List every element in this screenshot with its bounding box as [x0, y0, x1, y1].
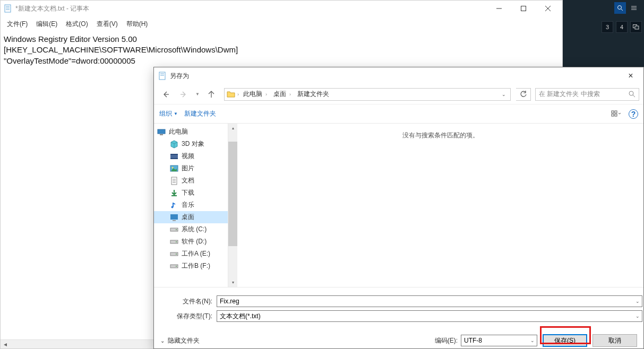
svg-point-45 [176, 241, 177, 242]
hide-folders-toggle[interactable]: ⌄ 隐藏文件夹 [160, 336, 200, 345]
toolbar: 组织▼ 新建文件夹 ? [154, 104, 643, 124]
menu-edit[interactable]: 编辑(E) [32, 18, 62, 31]
svg-rect-31 [170, 158, 178, 159]
saveas-dialog: 另存为 × ▼ › 此电脑› 桌面› 新建文件夹 ⌄ 在 新建文件夹 中搜索 组… [153, 67, 644, 349]
chevron-down-icon[interactable]: ⌄ [530, 338, 535, 343]
dark-panel: 3 4 [563, 0, 644, 68]
chevron-down-icon[interactable]: ⌄ [636, 299, 640, 304]
breadcrumb[interactable]: 新建文件夹 [294, 90, 332, 99]
notepad-icon [158, 72, 167, 80]
tree-item[interactable]: 工作B (F:) [154, 260, 228, 272]
up-button[interactable] [204, 87, 219, 102]
search-icon[interactable] [614, 2, 626, 14]
desktop-icon [170, 213, 178, 222]
svg-line-9 [621, 9, 623, 11]
tree-item[interactable]: 桌面 [154, 211, 228, 223]
help-icon[interactable]: ? [629, 109, 638, 119]
menu-help[interactable]: 帮助(H) [122, 18, 152, 31]
dialog-titlebar[interactable]: 另存为 × [154, 67, 643, 84]
menu-icon[interactable] [628, 2, 640, 14]
tree-item[interactable]: 3D 对象 [154, 138, 228, 150]
svg-rect-0 [5, 5, 11, 12]
svg-point-49 [176, 266, 177, 267]
filetype-label: 保存类型(T): [154, 312, 217, 321]
refresh-button[interactable] [516, 88, 531, 101]
encoding-select[interactable]: UTF-8⌄ [461, 335, 537, 346]
menu-file[interactable]: 文件(F) [3, 18, 32, 31]
svg-rect-41 [173, 220, 176, 221]
chevron-down-icon[interactable]: ⌄ [636, 313, 640, 319]
tree-item[interactable]: 工作A (E:) [154, 248, 228, 260]
tree-item[interactable]: 音乐 [154, 199, 228, 211]
notepad-title: *新建文本文档.txt - 记事本 [15, 4, 487, 13]
recent-dropdown[interactable]: ▼ [194, 87, 201, 102]
breadcrumb[interactable]: 桌面› [270, 90, 294, 99]
organize-menu[interactable]: 组织▼ [159, 109, 178, 118]
menu-bar: 文件(F) 编辑(E) 格式(O) 查看(V) 帮助(H) [1, 16, 562, 32]
scroll-down-icon[interactable]: ▾ [228, 278, 237, 287]
tree-item[interactable]: 下载 [154, 187, 228, 199]
dialog-footer: ⌄ 隐藏文件夹 编码(E): UTF-8⌄ 保存(S) 取消 [154, 324, 643, 349]
svg-rect-14 [635, 26, 639, 29]
minimize-button[interactable] [487, 1, 511, 16]
notepad-content[interactable]: Windows Registry Editor Version 5.00 [HK… [1, 32, 562, 68]
breadcrumb[interactable]: 此电脑› [240, 90, 270, 99]
tree-item[interactable]: 文档 [154, 174, 228, 187]
music-icon [170, 201, 178, 210]
svg-rect-30 [170, 154, 178, 155]
svg-rect-40 [170, 214, 178, 220]
tree-item[interactable]: 视频 [154, 150, 228, 162]
nav-tree[interactable]: 此电脑 3D 对象视频图片文档下载音乐桌面系统 (C:)软件 (D:)工作A (… [154, 124, 228, 287]
tree-item[interactable]: 系统 (C:) [154, 223, 228, 235]
close-icon[interactable]: × [620, 68, 641, 83]
svg-rect-23 [612, 111, 614, 113]
dialog-body: 此电脑 3D 对象视频图片文档下载音乐桌面系统 (C:)软件 (D:)工作A (… [154, 124, 643, 287]
search-icon [629, 91, 636, 98]
view-options[interactable] [609, 108, 622, 120]
cancel-button[interactable]: 取消 [593, 334, 637, 347]
search-placeholder: 在 新建文件夹 中搜索 [539, 90, 625, 99]
chevron-down-icon[interactable]: ⌄ [499, 92, 509, 97]
menu-format[interactable]: 格式(O) [62, 18, 92, 31]
scroll-left-icon[interactable]: ◂ [1, 340, 10, 349]
notepad-icon [4, 4, 12, 13]
tree-scrollbar[interactable]: ▴ ▾ [228, 124, 237, 287]
new-folder-button[interactable]: 新建文件夹 [184, 109, 216, 118]
drive-icon [170, 262, 178, 271]
maximize-button[interactable] [511, 1, 536, 16]
forward-button[interactable] [176, 87, 191, 102]
cube-icon [170, 140, 178, 149]
scroll-thumb[interactable] [228, 142, 237, 246]
desktop-tile[interactable]: 4 [616, 21, 628, 33]
tree-item[interactable]: 软件 (D:) [154, 235, 228, 248]
svg-rect-25 [612, 114, 614, 116]
video-icon [170, 152, 178, 161]
filename-input[interactable]: Fix.reg⌄ [217, 295, 642, 307]
dialog-bottom: 文件名(N): Fix.reg⌄ 保存类型(T): 文本文档(*.txt)⌄ ⌄… [154, 287, 643, 349]
notepad-titlebar[interactable]: *新建文本文档.txt - 记事本 [1, 1, 562, 16]
save-button[interactable]: 保存(S) [543, 334, 587, 347]
drive-icon [170, 238, 178, 246]
folder-icon [226, 89, 236, 100]
svg-point-43 [176, 229, 177, 230]
svg-rect-26 [615, 114, 617, 116]
scroll-up-icon[interactable]: ▴ [228, 124, 237, 133]
filename-label: 文件名(N): [154, 297, 217, 306]
drive-icon [170, 225, 178, 234]
window-controls [487, 1, 560, 16]
close-button[interactable] [536, 1, 560, 16]
back-button[interactable] [158, 87, 173, 102]
desktop-tile[interactable]: 3 [602, 21, 613, 33]
svg-rect-15 [159, 72, 165, 80]
address-bar[interactable]: › 此电脑› 桌面› 新建文件夹 ⌄ [224, 88, 511, 101]
svg-rect-28 [160, 134, 163, 135]
encoding-label: 编码(E): [435, 336, 458, 345]
filetype-select[interactable]: 文本文档(*.txt)⌄ [217, 310, 642, 322]
image-icon [170, 164, 178, 173]
menu-view[interactable]: 查看(V) [92, 18, 122, 31]
file-list[interactable]: 没有与搜索条件匹配的项。 [237, 124, 643, 287]
search-input[interactable]: 在 新建文件夹 中搜索 [535, 88, 639, 101]
desktop-tile-icon[interactable] [630, 21, 642, 33]
tree-root[interactable]: 此电脑 [154, 126, 228, 138]
tree-item[interactable]: 图片 [154, 162, 228, 174]
